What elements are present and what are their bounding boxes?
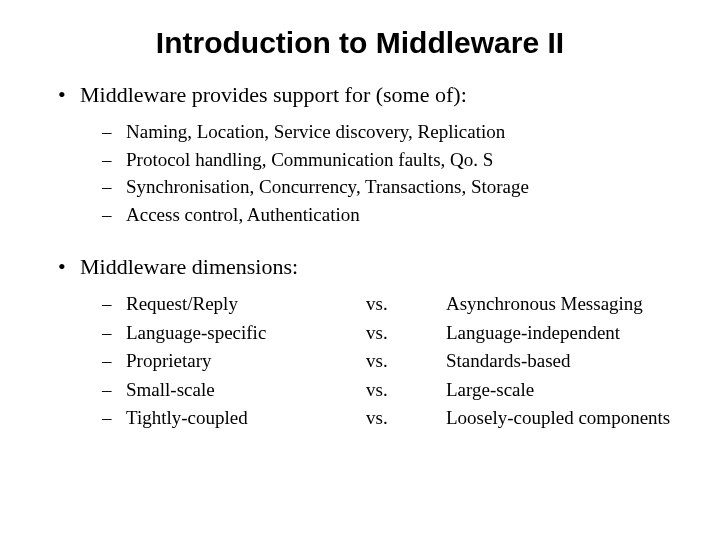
dim-right: Standards-based	[446, 347, 690, 376]
dash-icon: –	[102, 404, 126, 433]
dash-icon: –	[102, 347, 126, 376]
dim-vs: vs.	[366, 290, 446, 319]
table-row: – Request/Reply vs. Asynchronous Messagi…	[102, 290, 690, 319]
list-item-text: Access control, Authentication	[126, 201, 360, 229]
dim-vs: vs.	[366, 376, 446, 405]
dash-icon: –	[102, 118, 126, 146]
dash-icon: –	[102, 201, 126, 229]
table-row: – Proprietary vs. Standards-based	[102, 347, 690, 376]
list-item-text: Synchronisation, Concurrency, Transactio…	[126, 173, 529, 201]
table-row: – Small-scale vs. Large-scale	[102, 376, 690, 405]
dash-icon: –	[102, 146, 126, 174]
dim-vs: vs.	[366, 404, 446, 433]
dim-right: Large-scale	[446, 376, 690, 405]
dimensions-table: – Request/Reply vs. Asynchronous Messagi…	[102, 290, 690, 433]
dash-icon: –	[102, 376, 126, 405]
list-item: – Synchronisation, Concurrency, Transact…	[102, 173, 690, 201]
dim-right: Language-independent	[446, 319, 690, 348]
section2-heading: Middleware dimensions:	[80, 254, 298, 279]
dim-left: Request/Reply	[126, 290, 366, 319]
list-item: – Protocol handling, Communication fault…	[102, 146, 690, 174]
slide: Introduction to Middleware II •Middlewar…	[0, 0, 720, 540]
dash-icon: –	[102, 319, 126, 348]
list-item: – Naming, Location, Service discovery, R…	[102, 118, 690, 146]
dim-vs: vs.	[366, 347, 446, 376]
section2-heading-line: •Middleware dimensions:	[58, 254, 690, 280]
list-item-text: Naming, Location, Service discovery, Rep…	[126, 118, 505, 146]
slide-title: Introduction to Middleware II	[30, 26, 690, 60]
dim-left: Tightly-coupled	[126, 404, 366, 433]
dim-right: Loosely-coupled components	[446, 404, 690, 433]
dim-left: Proprietary	[126, 347, 366, 376]
dim-vs: vs.	[366, 319, 446, 348]
bullet-icon: •	[58, 82, 80, 108]
section1-heading: Middleware provides support for (some of…	[80, 82, 467, 107]
dim-left: Language-specific	[126, 319, 366, 348]
dim-right: Asynchronous Messaging	[446, 290, 690, 319]
list-item: – Access control, Authentication	[102, 201, 690, 229]
list-item-text: Protocol handling, Communication faults,…	[126, 146, 493, 174]
bullet-icon: •	[58, 254, 80, 280]
table-row: – Tightly-coupled vs. Loosely-coupled co…	[102, 404, 690, 433]
dim-left: Small-scale	[126, 376, 366, 405]
section1-heading-line: •Middleware provides support for (some o…	[58, 82, 690, 108]
dash-icon: –	[102, 290, 126, 319]
section1-list: – Naming, Location, Service discovery, R…	[102, 118, 690, 228]
table-row: – Language-specific vs. Language-indepen…	[102, 319, 690, 348]
dash-icon: –	[102, 173, 126, 201]
